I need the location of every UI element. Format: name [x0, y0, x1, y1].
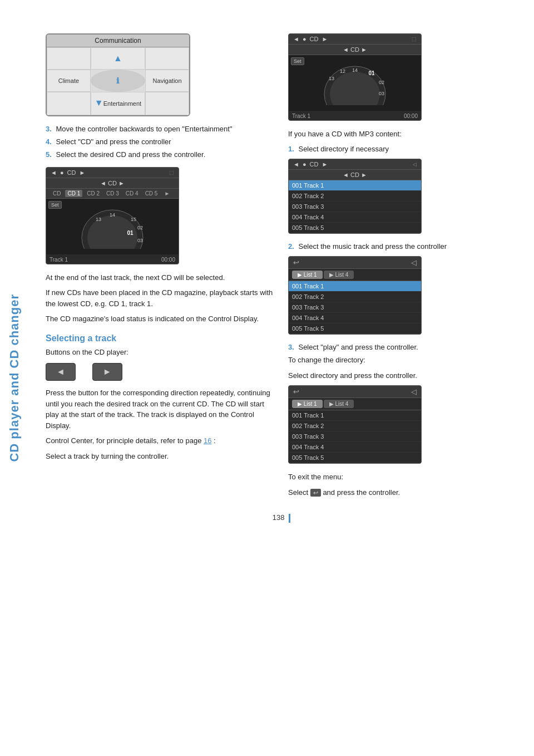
- track-item-r3-2: 002 Track 2: [289, 292, 421, 302]
- track-item-r3-3: 003 Track 3: [289, 302, 421, 313]
- track-label-left: Track 1: [50, 257, 68, 263]
- cd-tab-cd4: CD 4: [123, 190, 141, 197]
- track-list-3: 001 Track 1 002 Track 2 003 Track 3 004 …: [289, 281, 421, 334]
- cd-tab-cd2: CD 2: [85, 190, 102, 197]
- r1-dot: ●: [303, 36, 306, 42]
- screen-subheader-left: ◄ CD ►: [46, 178, 179, 189]
- cd-header-arrow-left: ◄: [51, 169, 57, 176]
- screen-r1-header: ◄ ● CD ► ⬚: [289, 34, 421, 45]
- cd-screen-right-4: ↩ ◁ ▶ List 1 ▶ List 4 001 Track 1 002 Tr…: [288, 385, 422, 464]
- exit-text-2: Select ↩ and press the controller.: [288, 487, 517, 498]
- page-link[interactable]: 16: [204, 436, 211, 445]
- exit-icon: ↩: [310, 489, 321, 497]
- tab-buttons-r4: ▶ List 1 ▶ List 4: [289, 398, 421, 410]
- info-center-icon: ℹ: [116, 76, 119, 85]
- arrow-down-icon: ▼: [95, 98, 103, 108]
- svg-text:14: 14: [110, 212, 115, 218]
- menu-cell-bot-left: [47, 92, 91, 115]
- tab-list1-r4[interactable]: ▶ List 1: [292, 400, 323, 408]
- svg-text:12: 12: [340, 68, 345, 74]
- prev-button[interactable]: ◄: [46, 363, 76, 381]
- menu-cell-bot-right: [145, 92, 189, 115]
- menu-cell-center-icon: ℹ: [91, 70, 145, 92]
- arrow-up-icon: ▲: [113, 53, 122, 63]
- para-6: Select a track by turning the controller…: [46, 451, 275, 462]
- tab-list4-r4[interactable]: ▶ List 4: [324, 400, 354, 408]
- svg-text:03: 03: [379, 91, 384, 96]
- track-item-r2-3: 003 Track 3: [289, 202, 421, 212]
- sidebar-label: CD player and CD changer: [7, 294, 22, 462]
- mp3-label: If you have a CD with MP3 content:: [288, 129, 517, 140]
- tab-buttons-r3: ▶ List 1 ▶ List 4: [289, 269, 421, 281]
- screen-corner-icon: ⬚: [169, 170, 174, 175]
- para-1: At the end of the last track, the next C…: [46, 272, 275, 283]
- step-item-r2: 2. Select the music track and press the …: [288, 242, 517, 252]
- change-dir-text-1: To change the directory:: [288, 355, 517, 366]
- track-item-r2-5: 005 Track 5: [289, 223, 421, 233]
- page-number: 138: [46, 513, 517, 523]
- step-item-r3: 3. Select "play" and press the controlle…: [288, 342, 517, 352]
- menu-cell-top-right: [145, 47, 189, 70]
- screen-r1-body: Set 12 13 14 01 02 03: [289, 55, 421, 111]
- cd-tab-next: ►: [162, 190, 172, 197]
- cd-header-arrow-right: ►: [79, 169, 85, 176]
- section-heading: Selecting a track: [46, 333, 275, 343]
- buttons-label: Buttons on the CD player:: [46, 347, 275, 358]
- cd-tab-cd: CD: [51, 190, 63, 197]
- cd-tab-cd3: CD 3: [104, 190, 121, 197]
- menu-cell-top-left: [47, 47, 91, 70]
- menu-top-label: Communication: [47, 35, 189, 47]
- left-column: Communication ▲ Climate ℹ: [46, 33, 275, 502]
- tab-list4-r3[interactable]: ▶ List 4: [324, 271, 354, 279]
- screen-header-left: ◄ ● CD ► ⬚: [46, 168, 179, 178]
- svg-text:14: 14: [352, 67, 358, 73]
- svg-text:13: 13: [329, 76, 334, 81]
- r1-time: 00:00: [404, 113, 418, 119]
- steps-list-top: 3. Move the controller backwards to open…: [46, 124, 275, 160]
- cd-tab-cd5: CD 5: [143, 190, 160, 197]
- r2-dot: ●: [303, 161, 306, 168]
- track-item-r4-1: 001 Track 1: [289, 410, 421, 421]
- track-item-r3-1: 001 Track 1: [289, 281, 421, 292]
- btn-row: ◄ ►: [46, 363, 275, 381]
- screen-r2-subheader: ◄ CD ►: [289, 170, 421, 180]
- r2-cd: CD: [310, 161, 319, 168]
- para-2: If new CDs have been placed in the CD ma…: [46, 287, 275, 309]
- page-bar: [289, 514, 290, 523]
- r2-corner: ◁: [413, 161, 417, 167]
- svg-text:02: 02: [379, 80, 384, 85]
- r1-corner: ⬚: [412, 36, 417, 42]
- screen-nav-row-left: CD CD 1 CD 2 CD 3 CD 4 CD 5 ►: [46, 189, 179, 199]
- r1-track-label: Track 1: [292, 113, 310, 119]
- back-icon-r4: ↩: [293, 387, 299, 396]
- svg-text:01: 01: [368, 70, 375, 76]
- svg-text:01: 01: [127, 230, 134, 236]
- track-footer-left: Track 1 00:00: [46, 254, 179, 264]
- track-item-r4-5: 005 Track 5: [289, 453, 421, 463]
- track-item-r2-4: 004 Track 4: [289, 212, 421, 223]
- svg-text:02: 02: [137, 225, 143, 230]
- step-item-4: 4. Select "CD" and press the controller: [46, 137, 275, 147]
- next-button[interactable]: ►: [92, 363, 122, 381]
- sidebar: CD player and CD changer: [0, 0, 29, 756]
- menu-screen: Communication ▲ Climate ℹ: [46, 33, 190, 116]
- info-icon-r4: ◁: [411, 387, 417, 396]
- tab-list1-r3[interactable]: ▶ List 1: [292, 271, 323, 279]
- cd-screen-right-2: ◄ ● CD ► ◁ ◄ CD ► 001 Track 1 002 Track …: [288, 159, 422, 234]
- para-3: The CD magazine's load status is indicat…: [46, 313, 275, 325]
- track-item-r2-2: 002 Track 2: [289, 191, 421, 202]
- cd-screen-right-1: ◄ ● CD ► ⬚ ◄ CD ► Set 12 13 14: [288, 33, 422, 121]
- change-dir-text-2: Select directory and press the controlle…: [288, 370, 517, 381]
- step-item-5: 5. Select the desired CD and press the c…: [46, 150, 275, 160]
- cd-header-dot: ●: [60, 169, 64, 176]
- menu-cell-navigation: Navigation: [145, 70, 189, 92]
- track-item-r2-1: 001 Track 1: [289, 180, 421, 191]
- dial-svg-right: 12 13 14 01 02 03: [293, 61, 417, 105]
- screen-r4-topbar: ↩ ◁: [289, 386, 421, 398]
- track-list-4: 001 Track 1 002 Track 2 003 Track 3 004 …: [289, 410, 421, 463]
- r2-arrow-left: ◄: [293, 161, 299, 168]
- track-item-r4-4: 004 Track 4: [289, 442, 421, 453]
- track-item-r4-3: 003 Track 3: [289, 431, 421, 442]
- screen-r2-header: ◄ ● CD ► ◁: [289, 159, 421, 170]
- r1-set-label: Set: [291, 57, 304, 65]
